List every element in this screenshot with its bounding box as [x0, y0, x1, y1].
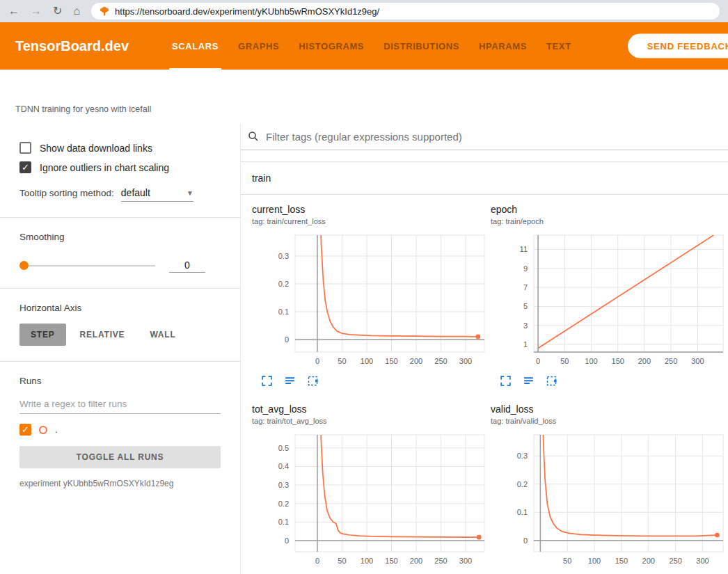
tab-scalars[interactable]: SCALARS [162, 22, 228, 70]
show-download-checkbox[interactable]: ✓ [19, 142, 31, 154]
svg-text:150: 150 [615, 557, 628, 565]
svg-text:5: 5 [523, 302, 528, 310]
chart-title: current_loss [252, 204, 486, 215]
run-row: ✓ . [19, 424, 221, 436]
charts-grid: current_losstag: train/current_loss00.10… [241, 195, 728, 574]
axis-relative-button[interactable]: RELATIVE [69, 324, 136, 346]
browser-toolbar: ← → ↻ ⌂ https://tensorboard.dev/experime… [0, 0, 728, 22]
svg-text:0.4: 0.4 [278, 462, 289, 470]
train-section-card: train current_losstag: train/current_los… [241, 161, 728, 574]
horizontal-axis-label: Horizontal Axis [19, 303, 81, 313]
expand-chart-icon[interactable] [261, 375, 273, 387]
smoothing-slider[interactable] [19, 265, 155, 266]
run-selector-icon[interactable] [523, 375, 535, 387]
svg-text:0: 0 [315, 357, 319, 365]
send-feedback-button[interactable]: SEND FEEDBACK [628, 34, 728, 58]
filter-tags-input[interactable] [266, 131, 721, 143]
url-text: https://tensorboard.dev/experiment/yKUbh… [115, 6, 379, 17]
chart-plot[interactable]: 00.10.20.3050100150200250300 [252, 232, 486, 370]
experiment-id-text: experiment yKUbhb5wRmOSXYkId1z9eg [19, 479, 221, 488]
chart-title: valid_loss [491, 404, 725, 415]
show-download-row: ✓ Show data download links [19, 142, 221, 154]
svg-text:9: 9 [523, 264, 528, 273]
run-checkbox[interactable]: ✓ [19, 424, 31, 436]
svg-text:200: 200 [638, 357, 651, 365]
run-name: . [55, 424, 58, 435]
smoothing-slider-row [19, 258, 221, 273]
chart-title: epoch [491, 204, 725, 215]
runs-filter-input[interactable] [19, 394, 221, 414]
run-selector-icon[interactable] [284, 375, 296, 387]
chart-toolbar [500, 375, 725, 387]
svg-text:200: 200 [642, 557, 655, 565]
fit-domain-icon[interactable] [546, 375, 557, 387]
horizontal-axis-section: Horizontal Axis STEP RELATIVE WALL [0, 289, 240, 362]
svg-text:150: 150 [385, 357, 397, 365]
address-bar[interactable]: https://tensorboard.dev/experiment/yKUbh… [91, 3, 720, 19]
svg-text:50: 50 [338, 357, 346, 365]
svg-text:3: 3 [523, 321, 528, 330]
svg-text:150: 150 [385, 557, 397, 565]
train-section-header[interactable]: train [241, 162, 728, 195]
axis-step-button[interactable]: STEP [19, 324, 66, 346]
axis-wall-button[interactable]: WALL [139, 324, 187, 346]
svg-text:1: 1 [523, 340, 528, 349]
tab-histograms[interactable]: HISTOGRAMS [289, 22, 374, 70]
sidebar-general-section: ✓ Show data download links ✓ Ignore outl… [0, 124, 240, 218]
chart-tag: tag: train/epoch [491, 217, 725, 225]
run-color-swatch [39, 426, 47, 434]
svg-text:0.3: 0.3 [278, 252, 289, 260]
ignore-outliers-row: ✓ Ignore outliers in chart scaling [19, 161, 221, 173]
fit-domain-icon[interactable] [307, 375, 319, 387]
svg-text:300: 300 [696, 557, 709, 565]
chart-card-tot_avg_loss: tot_avg_losstag: train/tot_avg_loss00.10… [252, 404, 486, 574]
svg-text:250: 250 [434, 557, 447, 565]
tensorboard-favicon [100, 6, 109, 16]
svg-text:250: 250 [669, 557, 681, 565]
svg-text:250: 250 [665, 357, 677, 365]
svg-text:0.1: 0.1 [278, 308, 289, 316]
sidebar: ✓ Show data download links ✓ Ignore outl… [0, 124, 240, 574]
expand-chart-icon[interactable] [500, 375, 512, 387]
chart-plot[interactable]: 00.10.20.350100150200250300 [491, 432, 725, 570]
tab-hparams[interactable]: HPARAMS [469, 22, 537, 70]
chart-plot[interactable]: 1357911050100150200250300 [491, 232, 725, 370]
svg-text:0.5: 0.5 [278, 444, 289, 452]
svg-text:0.2: 0.2 [517, 480, 528, 488]
smoothing-label: Smoothing [19, 232, 65, 242]
home-icon[interactable]: ⌂ [73, 6, 80, 17]
tab-text[interactable]: TEXT [537, 22, 581, 70]
svg-text:7: 7 [523, 283, 528, 292]
svg-text:11: 11 [520, 245, 528, 253]
svg-text:100: 100 [361, 357, 373, 365]
svg-text:50: 50 [563, 557, 571, 565]
forward-icon[interactable]: → [31, 6, 42, 17]
svg-text:0.1: 0.1 [517, 508, 528, 516]
chart-card-epoch: epochtag: train/epoch1357911050100150200… [491, 204, 725, 387]
chart-plot[interactable]: 00.10.20.30.40.5050100150200250300 [252, 432, 486, 570]
svg-text:0.2: 0.2 [278, 280, 289, 288]
svg-text:300: 300 [459, 557, 472, 565]
back-icon[interactable]: ← [8, 6, 19, 17]
tab-distributions[interactable]: DISTRIBUTIONS [374, 22, 469, 70]
show-download-label: Show data download links [40, 143, 152, 154]
tooltip-sorting-value: default [121, 187, 150, 198]
tab-graphs[interactable]: GRAPHS [228, 22, 289, 70]
main-panel: train current_losstag: train/current_los… [240, 124, 728, 574]
toggle-all-runs-button[interactable]: TOGGLE ALL RUNS [19, 446, 221, 468]
smoothing-value-input[interactable] [169, 258, 205, 273]
tooltip-sorting-row: Tooltip sorting method: default ▼ [19, 187, 221, 202]
app-title: TensorBoard.dev [15, 38, 129, 54]
tooltip-sorting-select[interactable]: default ▼ [121, 187, 193, 202]
svg-text:300: 300 [691, 357, 704, 365]
runs-section: Runs ✓ . TOGGLE ALL RUNS experiment yKUb… [0, 362, 240, 504]
reload-icon[interactable]: ↻ [53, 6, 62, 17]
runs-label: Runs [19, 376, 42, 386]
filter-tags-row [241, 124, 728, 150]
smoothing-slider-thumb[interactable] [19, 261, 29, 270]
svg-text:0: 0 [285, 335, 289, 344]
svg-text:200: 200 [410, 357, 422, 365]
svg-text:150: 150 [612, 357, 624, 365]
ignore-outliers-checkbox[interactable]: ✓ [19, 161, 31, 173]
svg-text:50: 50 [338, 557, 346, 565]
